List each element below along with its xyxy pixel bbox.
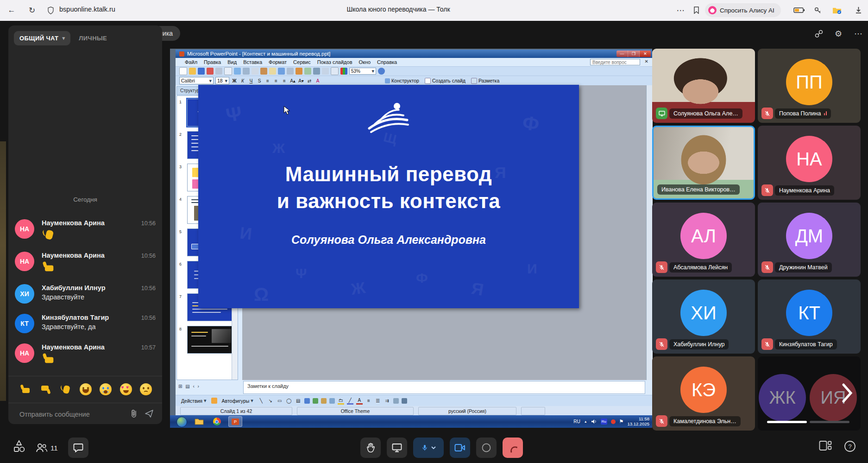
tray-language[interactable]: RU [573, 419, 580, 424]
select-arrow-icon[interactable] [211, 398, 217, 404]
menu-view[interactable]: Вид [227, 59, 237, 65]
menu-help[interactable]: Справка [377, 59, 397, 65]
tray-show-hidden-icon[interactable]: ▲ [584, 420, 587, 423]
participants-button[interactable]: 11 [35, 442, 58, 453]
downloads-folder-icon[interactable] [831, 4, 843, 16]
designer-button[interactable]: Конструктор [383, 78, 421, 83]
url-text[interactable]: bspuonline.ktalk.ru [59, 6, 115, 13]
align-left-icon[interactable]: ≡ [264, 77, 271, 84]
chart-icon[interactable] [296, 68, 302, 75]
copy-link-icon[interactable] [813, 28, 825, 40]
close-icon[interactable]: ✕ [640, 51, 651, 57]
shadow-style-icon[interactable] [393, 398, 399, 404]
back-icon[interactable]: ← [6, 4, 18, 16]
help-icon[interactable] [378, 68, 385, 75]
share-screen-button[interactable] [387, 438, 407, 458]
taskbar-explorer-icon[interactable] [192, 416, 206, 427]
participant-tile-absalyamova[interactable]: АЛ Абсалямова Лейсян [652, 203, 755, 277]
pager-dot-active[interactable] [767, 421, 807, 423]
start-button[interactable] [176, 417, 187, 427]
paste-icon[interactable] [260, 68, 267, 75]
align-center-icon[interactable]: ≡ [273, 77, 279, 84]
italic-button[interactable]: К [239, 77, 246, 84]
picture-icon[interactable] [329, 398, 335, 404]
line-color-icon[interactable]: ╱ [347, 397, 353, 405]
cut-icon[interactable] [243, 68, 250, 75]
frowning-reaction[interactable] [140, 383, 152, 395]
ask-alice-button[interactable]: Спросить Алису AI [705, 3, 781, 17]
chat-input[interactable]: Отправить сообщение [19, 411, 130, 418]
camera-button[interactable] [450, 438, 470, 458]
attach-icon[interactable] [130, 409, 138, 419]
minimize-icon[interactable]: — [616, 51, 628, 57]
copy-icon[interactable] [252, 68, 258, 75]
font-color2-icon[interactable]: А [356, 397, 363, 405]
next-page-icon[interactable] [841, 383, 853, 403]
3d-style-icon[interactable] [402, 398, 407, 404]
fill-color-icon[interactable]: 🗀 [338, 397, 344, 405]
notes-pane[interactable]: Заметки к слайду [243, 381, 645, 394]
participant-tile-kamaletdinova[interactable]: КЭ Камалетдинова Эльн… [652, 356, 755, 431]
extensions-key-icon[interactable] [811, 4, 824, 16]
thumbs-down-reaction[interactable] [39, 383, 51, 395]
participant-tile-popova[interactable]: ПП Попова Полина [758, 49, 861, 123]
heart-eyes-reaction[interactable] [120, 383, 132, 395]
download-icon[interactable] [852, 4, 864, 16]
color-grayscale-icon[interactable] [340, 68, 347, 75]
tray-clock[interactable]: 11:58 13.12.2025 [627, 417, 649, 427]
textbox-icon[interactable]: ▤ [295, 398, 302, 404]
tray-volume-icon[interactable] [591, 419, 597, 424]
clipart-icon[interactable] [321, 398, 327, 404]
rectangle-icon[interactable]: ▭ [277, 398, 283, 404]
line-icon[interactable]: ╲ [258, 398, 264, 404]
autoshapes-menu[interactable]: Автофигуры▾ [220, 398, 255, 404]
preview-icon[interactable] [224, 67, 232, 75]
microphone-button[interactable] [413, 438, 444, 458]
menu-slideshow[interactable]: Показ слайдов [317, 59, 352, 65]
shadow-button[interactable]: S [256, 77, 263, 84]
more-options-icon[interactable]: ⋯ [852, 28, 864, 40]
open-icon[interactable] [189, 68, 196, 75]
menu-edit[interactable]: Правка [204, 59, 221, 65]
participant-tile-soluyanova[interactable]: Солуянова Ольга Але… [652, 49, 755, 123]
underline-button[interactable]: Ч [248, 77, 254, 84]
wordart-icon[interactable] [304, 398, 310, 404]
arrow-icon[interactable]: ↘ [267, 398, 274, 404]
slide-thumbnail-8[interactable] [187, 326, 234, 354]
spelling-icon[interactable] [234, 68, 241, 75]
grid-icon[interactable] [331, 67, 339, 75]
table-icon[interactable] [304, 68, 311, 75]
menu-window[interactable]: Окно [359, 59, 371, 65]
participant-tile-khabibullin[interactable]: ХИ Хабибуллин Илнур [652, 279, 755, 354]
editor-scrollbar[interactable] [646, 85, 653, 380]
send-icon[interactable] [145, 410, 154, 419]
document-close-icon[interactable]: ✕ [645, 59, 648, 64]
actions-menu[interactable]: Действия▾ [179, 398, 208, 404]
record-button[interactable] [476, 438, 497, 458]
new-slide-button[interactable]: Создать слайд [423, 78, 467, 84]
view-layout-icon[interactable] [819, 440, 832, 454]
tab-personal-chat[interactable]: ЛИЧНЫЕ [79, 35, 107, 42]
dash-style-icon[interactable]: ☰ [375, 398, 381, 404]
new-icon[interactable] [179, 67, 187, 75]
raise-hand-button[interactable] [360, 438, 381, 458]
menu-format[interactable]: Формат [269, 59, 287, 65]
bookmark-icon[interactable] [690, 4, 702, 16]
hyperlink-icon[interactable] [313, 68, 320, 75]
font-name-select[interactable]: Calibri▾ [179, 77, 214, 84]
tray-lang-badge[interactable]: Ru [601, 419, 607, 425]
crying-reaction[interactable] [100, 383, 112, 395]
align-right-icon[interactable]: ≡ [281, 77, 288, 84]
menu-insert[interactable]: Вставка [243, 59, 262, 65]
redo-icon[interactable] [287, 68, 294, 75]
more-tools-icon[interactable]: ⋯ [674, 4, 686, 16]
shield-icon[interactable] [44, 4, 57, 16]
view-buttons[interactable]: ⊞ ▤ ‹ › [178, 384, 200, 389]
leave-call-button[interactable] [503, 438, 523, 458]
font-grow-icon[interactable]: A▴ [289, 77, 296, 84]
tray-flag-icon[interactable]: ⚑ [619, 419, 624, 425]
menu-tools[interactable]: Сервис [293, 59, 311, 65]
mail-icon[interactable] [207, 68, 214, 75]
font-color-icon[interactable]: A [314, 77, 321, 84]
taskbar-powerpoint-icon[interactable]: P [228, 416, 242, 427]
